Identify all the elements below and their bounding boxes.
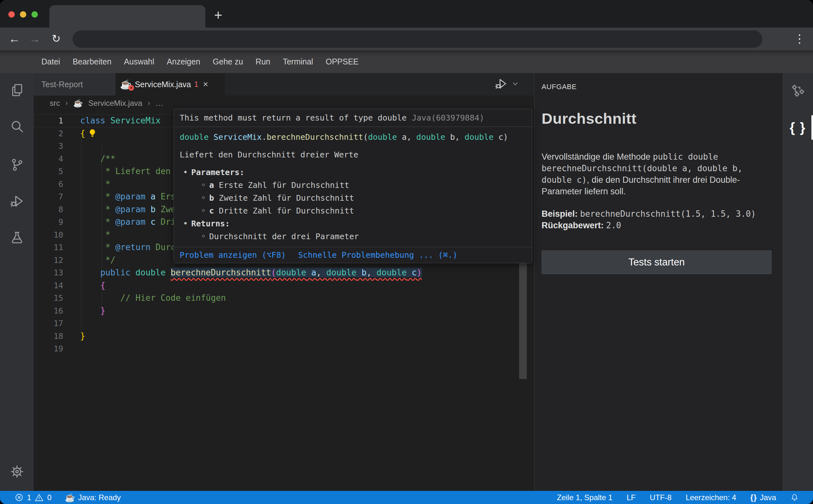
task-panel: AUFGABE Durchschnitt Vervollständige die… bbox=[534, 73, 783, 491]
panel-title: AUFGABE bbox=[542, 83, 775, 91]
hover-action-0[interactable]: Problem anzeigen (⌥F8) bbox=[180, 250, 286, 260]
line-number: 13 bbox=[34, 266, 63, 279]
error-count[interactable]: 1 bbox=[27, 493, 31, 502]
menu-item-terminal[interactable]: Terminal bbox=[283, 57, 313, 66]
search-icon[interactable] bbox=[10, 119, 24, 134]
status-right: Zeile 1, Spalte 1 LF UTF-8 Leerzeichen: … bbox=[557, 493, 799, 502]
breadcrumb-src[interactable]: src bbox=[50, 99, 60, 108]
line-number: 12 bbox=[34, 254, 63, 267]
source-control-icon[interactable] bbox=[10, 157, 24, 172]
settings-gear-icon[interactable] bbox=[9, 464, 25, 479]
address-bar[interactable] bbox=[72, 30, 762, 48]
line-number: 18 bbox=[34, 330, 63, 343]
tab-test-report[interactable]: Test-Report bbox=[34, 73, 115, 96]
chevron-down-icon[interactable] bbox=[512, 80, 519, 88]
code-line: 18} bbox=[34, 330, 534, 343]
line-number: 4 bbox=[34, 153, 63, 165]
code-line-text: /** bbox=[63, 153, 115, 165]
tab-servicemix-inner: ☕× ServiceMix.java 1 × bbox=[115, 73, 224, 96]
hover-action-1[interactable]: Schnelle Problembehebung ... (⌘.) bbox=[298, 250, 458, 260]
screenshot-root: + ← → ↻ ⋮ DateiBearbeitenAuswahlAnzeigen… bbox=[0, 0, 813, 504]
breadcrumb-file[interactable]: ServiceMix.java bbox=[88, 99, 142, 108]
lightbulb-icon[interactable] bbox=[88, 129, 97, 139]
back-button[interactable]: ← bbox=[7, 28, 22, 50]
code-line-text bbox=[63, 342, 80, 355]
hover-description: Liefert den Durchschnitt dreier Werte bbox=[180, 149, 526, 160]
line-number: 10 bbox=[34, 229, 63, 241]
start-tests-button[interactable]: Tests starten bbox=[542, 250, 772, 274]
task-view-icon[interactable]: { } bbox=[790, 120, 806, 135]
warnings-icon[interactable] bbox=[35, 493, 44, 502]
language-indicator[interactable]: {} Java bbox=[750, 493, 776, 502]
traffic-light-minimize[interactable] bbox=[20, 11, 26, 18]
breadcrumb-symbol[interactable]: … bbox=[156, 99, 163, 108]
explorer-icon[interactable] bbox=[10, 83, 24, 97]
menu-item-gehe-zu[interactable]: Gehe zu bbox=[213, 57, 243, 66]
chevron-right-icon: › bbox=[148, 99, 150, 107]
hover-section-label: •Returns: bbox=[180, 217, 526, 230]
browser-menu-button[interactable]: ⋮ bbox=[793, 28, 806, 50]
hover-list-item: ◦a Erste Zahl für Durchschnitt bbox=[180, 179, 526, 192]
menubar: DateiBearbeitenAuswahlAnzeigenGehe zuRun… bbox=[0, 50, 813, 73]
code-line: 15 // Hier Code einfügen bbox=[34, 292, 534, 305]
errors-icon[interactable] bbox=[15, 493, 23, 502]
browser-tab[interactable] bbox=[49, 5, 205, 28]
menu-item-bearbeiten[interactable]: Bearbeiten bbox=[72, 57, 111, 66]
java-status-text: Java: Ready bbox=[78, 493, 121, 502]
code-line-text: * bbox=[63, 229, 110, 241]
menu-item-run[interactable]: Run bbox=[256, 57, 270, 66]
eol-indicator[interactable]: LF bbox=[627, 493, 636, 502]
line-number: 14 bbox=[34, 279, 63, 292]
notifications-bell-icon[interactable] bbox=[790, 493, 799, 502]
browser-window: + ← → ↻ ⋮ DateiBearbeitenAuswahlAnzeigen… bbox=[0, 0, 813, 504]
code-line: 13 public double berechneDurchschnitt(do… bbox=[34, 266, 534, 279]
encoding-indicator[interactable]: UTF-8 bbox=[650, 493, 672, 502]
hover-body: double ServiceMix.berechneDurchschnitt(d… bbox=[174, 127, 532, 247]
line-number: 1 bbox=[34, 114, 63, 127]
menu-item-anzeigen[interactable]: Anzeigen bbox=[167, 57, 200, 66]
menu-item-oppsee[interactable]: OPPSEE bbox=[326, 57, 359, 66]
code-line: 16 } bbox=[34, 305, 534, 317]
hover-section-label: •Parameters: bbox=[180, 166, 526, 179]
traffic-light-close[interactable] bbox=[8, 11, 15, 18]
oppsee-icon[interactable] bbox=[790, 83, 806, 98]
task-example: Beispiel: berechneDurchschnitt(1.5, 1.5,… bbox=[542, 208, 766, 231]
line-number: 6 bbox=[34, 178, 63, 191]
menu-item-datei[interactable]: Datei bbox=[41, 57, 60, 66]
indentation-indicator[interactable]: Leerzeichen: 4 bbox=[686, 493, 736, 502]
testing-icon[interactable] bbox=[10, 231, 24, 245]
cursor-position[interactable]: Zeile 1, Spalte 1 bbox=[557, 493, 613, 502]
code-line-text: public double berechneDurchschnitt(doubl… bbox=[63, 266, 422, 279]
traffic-light-zoom[interactable] bbox=[31, 11, 38, 18]
hover-actions: Problem anzeigen (⌥F8)Schnelle Problembe… bbox=[174, 247, 532, 263]
code-line: 19 bbox=[34, 342, 534, 355]
hover-list-item: ◦c Dritte Zahl für Durchschnitt bbox=[180, 205, 526, 217]
code-line-text: } bbox=[63, 330, 85, 343]
reload-button[interactable]: ↻ bbox=[49, 28, 63, 50]
warning-count[interactable]: 0 bbox=[47, 493, 51, 502]
line-number: 2 bbox=[34, 127, 63, 140]
line-number: 15 bbox=[34, 292, 63, 305]
task-body: Vervollständige die Methode public doubl… bbox=[542, 151, 771, 197]
chevron-right-icon: › bbox=[65, 99, 68, 107]
line-number: 9 bbox=[34, 216, 63, 229]
run-debug-icon[interactable] bbox=[9, 193, 25, 209]
hover-sections: •Parameters:◦a Erste Zahl für Durchschni… bbox=[180, 166, 526, 243]
hover-message-text: This method must return a result of type… bbox=[180, 113, 406, 122]
run-or-debug-icon[interactable] bbox=[495, 77, 508, 92]
tab-close-icon[interactable]: × bbox=[203, 73, 208, 96]
forward-button[interactable]: → bbox=[28, 28, 42, 50]
hover-list-item: ◦b Zweite Zahl für Durchschnitt bbox=[180, 192, 526, 205]
menu-item-auswahl[interactable]: Auswahl bbox=[124, 57, 154, 66]
new-tab-button[interactable]: + bbox=[210, 7, 226, 24]
line-number: 7 bbox=[34, 190, 63, 203]
code-line-text bbox=[63, 140, 80, 153]
browser-toolbar: ← → ↻ ⋮ bbox=[0, 28, 813, 50]
code-line-text: { bbox=[63, 279, 105, 292]
braces-icon: {} bbox=[750, 493, 757, 502]
code-line-text bbox=[63, 317, 80, 330]
java-status[interactable]: ☕ Java: Ready bbox=[65, 493, 121, 502]
language-label: Java bbox=[760, 493, 776, 502]
tab-servicemix[interactable]: ☕× ServiceMix.java 1 × bbox=[115, 73, 224, 96]
breadcrumb: src › ☕ ServiceMix.java › … bbox=[34, 96, 534, 111]
